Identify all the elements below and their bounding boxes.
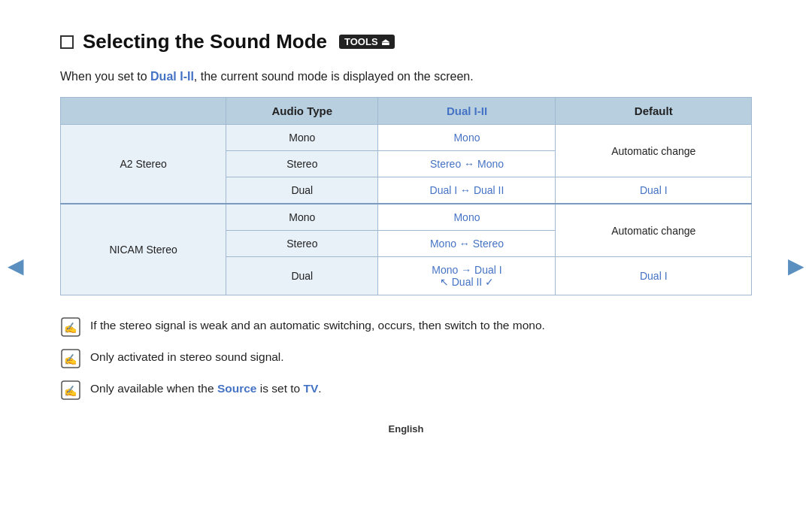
title-row: Selecting the Sound Mode TOOLS⏏ xyxy=(60,30,752,53)
page-footer: English xyxy=(60,423,752,435)
table-row: NICAM Stereo Mono Mono Automatic change xyxy=(61,204,752,231)
notes-section: ✍ If the stereo signal is weak and an au… xyxy=(60,316,752,401)
tools-label: TOOLS xyxy=(344,36,378,47)
audio-type-cell: Mono xyxy=(226,204,378,231)
note-icon-2: ✍ xyxy=(60,348,81,369)
col-header-empty xyxy=(61,98,226,125)
note-icon-3: ✍ xyxy=(60,380,81,401)
table-row: A2 Stereo Mono Mono Automatic change xyxy=(61,125,752,151)
default-col-cell: Automatic change xyxy=(556,204,752,257)
note-icon-1: ✍ xyxy=(60,316,81,338)
source-highlight: Source xyxy=(217,382,257,395)
note-item-2: ✍ Only activated in stereo sound signal. xyxy=(60,348,752,369)
audio-type-cell: Dual xyxy=(226,257,378,295)
group-label-a2: A2 Stereo xyxy=(61,125,226,204)
note-item-3: ✍ Only available when the Source is set … xyxy=(60,380,752,401)
dual-col-cell: Mono xyxy=(378,204,556,231)
page-title: Selecting the Sound Mode xyxy=(83,30,327,53)
default-col-cell: Dual I xyxy=(556,177,752,204)
note-item-1: ✍ If the stereo signal is weak and an au… xyxy=(60,316,752,338)
dual-col-cell: Mono xyxy=(378,125,556,151)
svg-text:✍: ✍ xyxy=(64,385,77,398)
subtitle: When you set to Dual I-II, the current s… xyxy=(60,70,752,83)
default-col-cell: Automatic change xyxy=(556,125,752,177)
group-label-nicam: NICAM Stereo xyxy=(61,204,226,295)
note-text-2: Only activated in stereo sound signal. xyxy=(90,348,284,365)
note-text-3: Only available when the Source is set to… xyxy=(90,380,322,397)
col-header-audio-type: Audio Type xyxy=(226,98,378,125)
col-header-default: Default xyxy=(556,98,752,125)
col-header-dual: Dual I-II xyxy=(378,98,556,125)
footer-language: English xyxy=(389,423,424,435)
dual-col-cell: Stereo ↔ Mono xyxy=(378,151,556,177)
note-text-1: If the stereo signal is weak and an auto… xyxy=(90,316,545,334)
subtitle-prefix: When you set to xyxy=(60,70,150,83)
svg-text:✍: ✍ xyxy=(64,353,77,366)
audio-type-cell: Stereo xyxy=(226,231,378,257)
subtitle-highlight: Dual I-II xyxy=(150,70,194,83)
dual-col-cell: Dual I ↔ Dual II xyxy=(378,177,556,204)
tools-badge: TOOLS⏏ xyxy=(339,35,395,49)
audio-type-cell: Stereo xyxy=(226,151,378,177)
default-col-cell: Dual I xyxy=(556,257,752,295)
subtitle-suffix: , the current sound mode is displayed on… xyxy=(194,70,474,83)
tools-icon: ⏏ xyxy=(381,37,389,47)
audio-type-cell: Dual xyxy=(226,177,378,204)
svg-text:✍: ✍ xyxy=(64,322,77,335)
sound-table: Audio Type Dual I-II Default A2 Stereo M… xyxy=(60,97,752,295)
dual-col-cell: Mono → Dual I↖ Dual II ✓ xyxy=(378,257,556,295)
table-header-row: Audio Type Dual I-II Default xyxy=(61,98,752,125)
title-checkbox xyxy=(60,35,74,49)
audio-type-cell: Mono xyxy=(226,125,378,151)
tv-highlight: TV xyxy=(303,382,318,395)
dual-col-cell: Mono ↔ Stereo xyxy=(378,231,556,257)
